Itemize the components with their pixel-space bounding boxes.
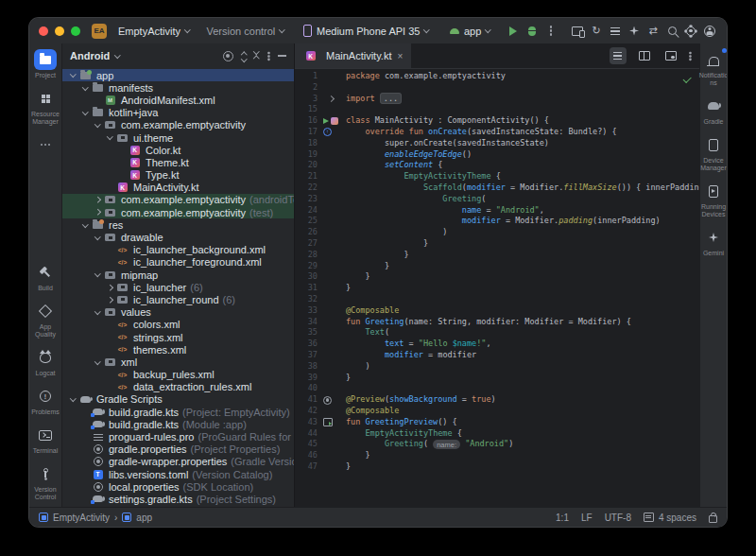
debug-button[interactable] [523, 22, 541, 41]
tree-row[interactable]: kotlin+java [62, 107, 294, 119]
tab-mainactivity[interactable]: MainActivity.kt [295, 43, 411, 68]
code-line[interactable]: 38 ) [295, 361, 699, 373]
tree-row[interactable]: colors.xml [62, 319, 294, 331]
code-line[interactable]: 22 Scaffold(modifier = Modifier.fillMaxS… [295, 182, 699, 194]
sidebar-item-logcat[interactable]: Logcat [29, 347, 61, 377]
split-view-button[interactable] [636, 47, 653, 64]
code-line[interactable]: 15 [295, 104, 699, 115]
project-view-selector[interactable]: Android [70, 50, 110, 61]
code-line[interactable]: 46 } [295, 450, 699, 461]
build-list-button[interactable] [606, 22, 625, 41]
code-line[interactable]: 42@Composable [295, 406, 699, 417]
tree-row[interactable]: drawable [62, 231, 294, 243]
vcs-widget[interactable]: Version control [201, 23, 290, 40]
tree-row[interactable]: Gradle Scripts [62, 393, 294, 406]
tree-row[interactable]: ui.theme [62, 131, 294, 144]
ai-assistant-button[interactable] [625, 22, 644, 41]
collapse-all-icon[interactable] [254, 51, 259, 61]
lock-icon[interactable] [709, 515, 717, 523]
tree-row[interactable]: gradle-wrapper.properties(Gradle Version… [62, 456, 294, 468]
breadcrumb-module[interactable]: app [122, 513, 152, 523]
code-line[interactable]: 20 setContent { [295, 160, 699, 171]
run-button[interactable] [504, 22, 523, 41]
tree-row[interactable]: local.properties(SDK Location) [62, 480, 294, 493]
sidebar-item-gemini[interactable]: Gemini [697, 227, 727, 257]
expand-all-icon[interactable] [242, 51, 247, 61]
sidebar-item-running-devices[interactable]: Running Devices [697, 181, 727, 218]
tree-row[interactable]: values [62, 306, 294, 319]
tree-row[interactable]: gradle.properties(Project Properties) [62, 443, 294, 456]
code-line[interactable]: 44 EmptyActivityTheme { [295, 428, 699, 440]
code-line[interactable]: 25 modifier = Modifier.padding(innerPadd… [295, 216, 699, 227]
select-opened-file-icon[interactable] [223, 51, 233, 61]
code-line[interactable]: 19 enableEdgeToEdge() [295, 149, 699, 161]
code-line[interactable]: 36 text = "Hello $name!", [295, 339, 699, 350]
tree-row[interactable]: data_extraction_rules.xml [62, 381, 294, 393]
tree-row[interactable]: com.example.emptyactivity(test) [62, 206, 294, 218]
tree-row[interactable]: build.gradle.kts(Module :app) [62, 418, 294, 430]
sidebar-item-build[interactable]: Build [29, 262, 61, 292]
sync-button[interactable]: ↻ [587, 22, 606, 41]
code-line[interactable]: 2 [295, 82, 699, 94]
design-view-button[interactable] [662, 47, 679, 64]
code-line[interactable]: 29 } [295, 261, 699, 272]
tree-row[interactable]: res [62, 218, 294, 231]
code-line[interactable]: 30 } [295, 271, 699, 283]
tree-row[interactable]: ic_launcher_foreground.xml [62, 256, 294, 269]
file-encoding[interactable]: UTF-8 [605, 513, 631, 523]
code-line[interactable]: 34fun Greeting(name: String, modifier: M… [295, 317, 699, 328]
tree-row[interactable]: themes.xml [62, 343, 294, 356]
sidebar-item-resource-manager[interactable]: Resource Manager [29, 88, 61, 126]
code-line[interactable]: 24 name = "Android", [295, 205, 699, 217]
tree-row[interactable]: proguard-rules.pro(ProGuard Rules for ":… [62, 430, 294, 443]
tree-row[interactable]: Theme.kt [62, 156, 294, 168]
tree-row[interactable]: build.gradle.kts(Project: EmptyActivity) [62, 406, 294, 418]
tree-row[interactable]: backup_rules.xml [62, 369, 294, 381]
preview-icon[interactable] [323, 418, 333, 426]
sidebar-item-device-manager[interactable]: Device Manager [697, 134, 727, 172]
close-window-button[interactable] [39, 26, 48, 36]
code-line[interactable]: 43fun GreetingPreview() { [295, 417, 699, 428]
code-line[interactable]: 26 ) [295, 227, 699, 238]
tree-row[interactable]: Color.kt [62, 144, 294, 156]
preview-settings-icon[interactable] [323, 396, 332, 405]
code-line[interactable]: 27 } [295, 238, 699, 250]
account-button[interactable] [700, 22, 719, 41]
code-line[interactable]: 32 [295, 294, 699, 305]
device-mirror-button[interactable] [568, 22, 587, 41]
code-line[interactable]: 21 EmptyActivityTheme { [295, 171, 699, 182]
device-selector[interactable]: Medium Phone API 35 [298, 22, 435, 40]
vcs-update-button[interactable]: ⇄ [644, 22, 662, 41]
code-line[interactable]: 16class MainActivity : ComponentActivity… [295, 115, 699, 127]
more-options-icon[interactable] [267, 55, 269, 57]
editor-more-options-icon[interactable] [689, 55, 691, 57]
breadcrumb-project[interactable]: EmptyActivity [39, 513, 110, 523]
compose-icon[interactable] [331, 117, 338, 125]
code-line[interactable]: 1package com.example.emptyactivity [295, 71, 699, 82]
code-line[interactable]: 18 super.onCreate(savedInstanceState) [295, 138, 699, 149]
tree-row[interactable]: settings.gradle.kts(Project Settings) [62, 493, 294, 505]
sidebar-item-problems[interactable]: Problems [29, 386, 61, 416]
tree-row[interactable]: xml [62, 356, 294, 368]
tree-row[interactable]: MainActivity.kt [62, 182, 294, 194]
hide-panel-icon[interactable] [278, 55, 286, 57]
tree-row[interactable]: Type.kt [62, 169, 294, 182]
code-line[interactable]: 33@Composable [295, 305, 699, 317]
code-view-button[interactable] [610, 47, 627, 64]
close-icon[interactable] [397, 51, 403, 61]
minimize-window-button[interactable] [55, 26, 64, 36]
sidebar-item-notifications[interactable]: Notifications [697, 49, 727, 87]
fold-icon[interactable] [328, 96, 335, 102]
code-area[interactable]: 1package com.example.emptyactivity23impo… [295, 69, 699, 507]
tree-row[interactable]: ic_launcher(6) [62, 281, 294, 293]
tree-row[interactable]: ic_launcher_background.xml [62, 244, 294, 256]
indent-setting[interactable]: 4 spaces [644, 513, 696, 523]
code-line[interactable]: 47} [295, 461, 699, 473]
tree-row[interactable]: ic_launcher_round(6) [62, 293, 294, 305]
caret-position[interactable]: 1:1 [556, 513, 569, 523]
code-line[interactable]: 23 Greeting( [295, 194, 699, 205]
tree-row[interactable]: AndroidManifest.xml [62, 94, 294, 106]
code-line[interactable]: 31} [295, 283, 699, 294]
code-line[interactable]: 39} [295, 373, 699, 384]
sidebar-item-gradle[interactable]: Gradle [697, 96, 727, 126]
